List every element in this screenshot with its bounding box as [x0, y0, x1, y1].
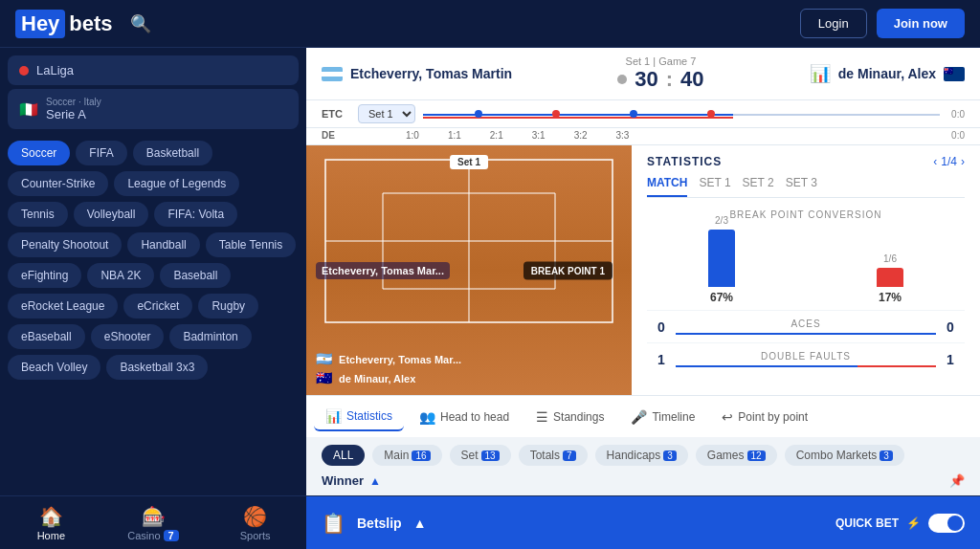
pbp-tab-icon: ↩ [722, 409, 733, 425]
flag-argentina-icon [322, 67, 343, 81]
sport-tag-basketball[interactable]: Basketball [133, 141, 212, 165]
standings-tab-label: Standings [553, 410, 604, 424]
standings-tab-icon: ☰ [536, 409, 548, 425]
tab-timeline[interactable]: 🎤 Timeline [619, 404, 706, 430]
handicaps-badge: 3 [663, 450, 677, 461]
main-area: LaLiga 🇮🇹 Soccer · Italy Serie A Soccer … [0, 48, 980, 495]
sport-tag-rugby[interactable]: Rugby [198, 294, 258, 318]
join-button[interactable]: Join now [877, 9, 965, 38]
court-area: Set 1 Etcheverry, Tomas Mar... BREAK POI… [306, 145, 632, 395]
aces-label: ACES [676, 318, 936, 329]
score-point-3 [630, 110, 637, 118]
tab-set3[interactable]: SET 3 [786, 176, 817, 197]
head2head-tab-icon: 👥 [419, 409, 435, 425]
tab-pointbypoint[interactable]: ↩ Point by point [710, 404, 819, 430]
sidebar-item-label: LaLiga [36, 63, 74, 77]
sport-tag-table-tennis[interactable]: Table Tennis [206, 232, 297, 257]
tab-match[interactable]: MATCH [647, 176, 687, 197]
timeline-tab-icon: 🎤 [631, 409, 647, 425]
winner-arrow-icon: ▲ [369, 474, 381, 488]
score-point-label-1: 1:0 [406, 130, 419, 141]
sport-tag-nba2k[interactable]: NBA 2K [87, 263, 154, 288]
casino-icon: 🎰 [142, 505, 166, 528]
match-score: 30 : 40 [617, 67, 703, 92]
sport-tag-baseball[interactable]: Baseball [160, 263, 231, 288]
filter-totals[interactable]: Totals7 [519, 445, 588, 466]
tab-head2head[interactable]: 👥 Head to head [408, 404, 521, 430]
nav-home[interactable]: 🏠 Home [0, 505, 102, 541]
statistics-tab-label: Statistics [346, 409, 392, 423]
match-header: Etcheverry, Tomas Martin Set 1 | Game 7 … [306, 48, 980, 100]
quick-bet-section: QUICK BET ⚡ [835, 514, 965, 533]
stats-chart-icon[interactable]: 📊 [810, 63, 831, 84]
pin-icon[interactable]: 📌 [949, 473, 965, 488]
stats-header: STATISTICS ‹ 1/4 › [647, 155, 965, 168]
sport-tag-penalty[interactable]: Penalty Shootout [8, 232, 122, 257]
betslip-bar[interactable]: 📋 Betslip ▲ QUICK BET ⚡ [306, 496, 980, 550]
search-icon[interactable]: 🔍 [130, 13, 151, 34]
stats-tabs: MATCH SET 1 SET 2 SET 3 [647, 176, 965, 198]
sport-tag-ebaseball[interactable]: eBaseball [8, 324, 85, 349]
tab-set1[interactable]: SET 1 [699, 176, 730, 197]
tab-set2[interactable]: SET 2 [743, 176, 774, 197]
etcheverry-court-label: 🇦🇷 Etcheverry, Tomas Mar... [316, 351, 461, 366]
set-selector[interactable]: Set 1 [358, 104, 415, 123]
sport-tag-ecricket[interactable]: eCricket [123, 294, 192, 318]
stats-nav[interactable]: ‹ 1/4 › [933, 155, 965, 168]
tab-statistics[interactable]: 📊 Statistics [314, 403, 404, 431]
main-badge: 16 [412, 450, 430, 461]
player2-bar-group: 1/6 17% [877, 253, 903, 304]
tab-standings[interactable]: ☰ Standings [524, 404, 615, 430]
filter-handicaps[interactable]: Handicaps3 [595, 445, 688, 466]
statistics-tab-icon: 📊 [325, 408, 342, 424]
stats-page: 1/4 [941, 155, 957, 168]
next-stats-icon[interactable]: › [961, 155, 965, 168]
sport-tag-volleyball[interactable]: Volleyball [74, 202, 149, 227]
score-point-label-4: 3:1 [532, 130, 546, 141]
filter-all[interactable]: ALL [322, 445, 365, 466]
sport-tag-beach-volley[interactable]: Beach Volley [8, 355, 100, 380]
totals-badge: 7 [563, 450, 576, 461]
content-area: Etcheverry, Tomas Martin Set 1 | Game 7 … [306, 48, 980, 495]
login-button[interactable]: Login [800, 9, 867, 38]
nav-casino[interactable]: 🎰 Casino 7 [102, 505, 205, 541]
filter-combo[interactable]: Combo Markets3 [785, 445, 904, 466]
bet-section-title: Winner ▲ 📌 [322, 473, 965, 488]
nav-sports[interactable]: 🏀 Sports [204, 505, 306, 541]
time-label-right2: 0:0 [951, 130, 965, 141]
sidebar-item-serie-a[interactable]: 🇮🇹 Soccer · Italy Serie A [8, 89, 299, 129]
sport-tag-fifa-volta[interactable]: FIFA: Volta [154, 202, 237, 227]
sport-tag-badminton[interactable]: Badminton [169, 324, 251, 349]
player2-bar [877, 268, 903, 287]
filter-games[interactable]: Games12 [696, 445, 777, 466]
player1-bar [708, 230, 735, 287]
sport-tag-lol[interactable]: League of Legends [114, 171, 239, 196]
flag-arg2-icon: 🇦🇷 [316, 351, 332, 366]
sport-tag-fifa[interactable]: FIFA [76, 141, 126, 165]
sport-tag-handball[interactable]: Handball [127, 232, 199, 257]
player1-bar-group: 2/3 67% [708, 215, 735, 304]
head2head-tab-label: Head to head [440, 410, 509, 424]
sport-tag-soccer[interactable]: Soccer [8, 141, 70, 165]
score-divider: : [666, 67, 673, 92]
flag-aus2-icon: 🇦🇺 [316, 370, 332, 385]
double-faults-row: 1 DOUBLE FAULTS 1 [647, 342, 965, 375]
pbp-tab-label: Point by point [738, 410, 808, 424]
sport-tag-efighting[interactable]: eFighting [8, 263, 81, 288]
timeline-tab-label: Timeline [652, 410, 695, 424]
score2: 40 [680, 67, 703, 92]
prev-stats-icon[interactable]: ‹ [933, 155, 937, 168]
sport-tag-basketball3x3[interactable]: Basketball 3x3 [106, 355, 208, 380]
sport-tag-tennis[interactable]: Tennis [8, 202, 68, 227]
filter-set[interactable]: Set13 [450, 445, 511, 466]
filter-main[interactable]: Main16 [372, 445, 441, 466]
sport-tag-eshooter[interactable]: eShooter [91, 324, 165, 349]
winner-label: Winner [322, 473, 364, 488]
sidebar-item-laliga[interactable]: LaLiga [8, 55, 299, 85]
sport-tag-erocket[interactable]: eRocket League [8, 294, 118, 318]
stats-title: STATISTICS [647, 155, 722, 168]
player-serving-label: Etcheverry, Tomas Mar... [316, 262, 450, 279]
sport-tag-counter-strike[interactable]: Counter-Strike [8, 171, 108, 196]
quick-bet-toggle[interactable] [928, 514, 965, 533]
home-icon: 🏠 [39, 505, 63, 528]
